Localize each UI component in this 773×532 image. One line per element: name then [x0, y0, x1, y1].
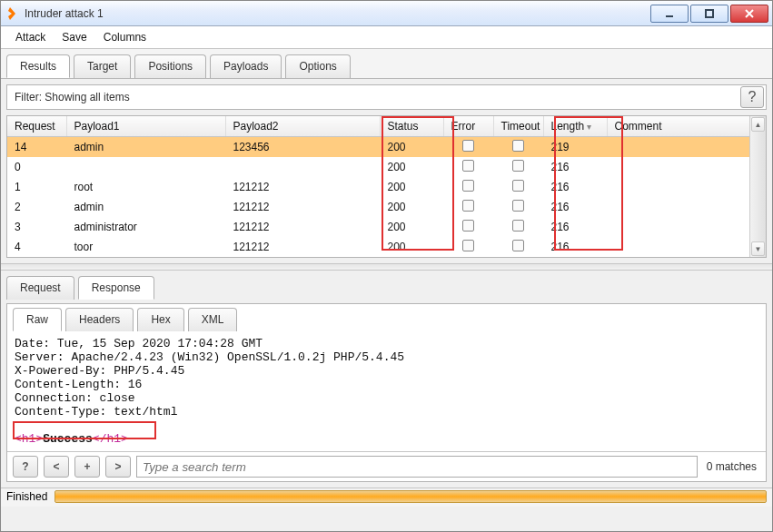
app-icon [5, 6, 19, 21]
filter-help-button[interactable]: ? [740, 86, 764, 108]
error-checkbox[interactable] [462, 200, 474, 212]
col-length[interactable]: Length [543, 116, 607, 137]
search-input[interactable] [136, 456, 698, 478]
timeout-checkbox[interactable] [512, 160, 524, 172]
timeout-checkbox[interactable] [512, 180, 524, 192]
search-bar: ? < + > 0 matches [7, 451, 766, 481]
table-row[interactable]: 3administrator121212200216 [7, 217, 766, 237]
search-prev-button[interactable]: < [44, 456, 69, 478]
search-add-button[interactable]: + [74, 456, 100, 478]
cell-request: 3 [7, 217, 66, 237]
cell-status: 200 [380, 197, 443, 217]
cell-request: 14 [7, 137, 66, 158]
search-help-button[interactable]: ? [13, 456, 38, 478]
cell-payload1: toor [66, 237, 225, 257]
col-status[interactable]: Status [380, 116, 443, 137]
cell-comment [607, 137, 766, 158]
window-title: Intruder attack 1 [25, 7, 650, 20]
progress-bar [55, 490, 767, 503]
col-error[interactable]: Error [443, 116, 493, 137]
cell-payload1 [66, 157, 225, 177]
subtab-hex[interactable]: Hex [137, 308, 183, 331]
cell-length: 216 [543, 217, 607, 237]
question-icon: ? [748, 89, 757, 105]
tab-positions[interactable]: Positions [134, 54, 206, 78]
split-divider[interactable] [1, 263, 772, 271]
table-row[interactable]: 2admin121212200216 [7, 197, 766, 217]
error-checkbox[interactable] [462, 240, 474, 251]
minimize-button[interactable] [650, 5, 689, 23]
cell-payload1: root [66, 177, 225, 197]
main-tabstrip: Results Target Positions Payloads Option… [1, 49, 772, 79]
cell-comment [607, 197, 766, 217]
cell-comment [607, 217, 766, 237]
tab-results[interactable]: Results [6, 54, 70, 78]
cell-length: 216 [543, 177, 607, 197]
response-panel: Raw Headers Hex XML Date: Tue, 15 Sep 20… [6, 303, 767, 482]
subtab-xml[interactable]: XML [188, 308, 238, 331]
cell-payload1: admin [66, 137, 225, 158]
tab-payloads[interactable]: Payloads [210, 54, 282, 78]
cell-status: 200 [380, 237, 443, 257]
filter-text: Filter: Showing all items [7, 91, 738, 103]
table-row[interactable]: 1root121212200216 [7, 177, 766, 197]
cell-payload1: administrator [66, 217, 225, 237]
window-titlebar: Intruder attack 1 [1, 1, 772, 26]
results-table-container: Request Payload1 Payload2 Status Error T… [6, 115, 767, 258]
cell-comment [607, 237, 766, 257]
match-count: 0 matches [703, 460, 760, 473]
timeout-checkbox[interactable] [512, 220, 524, 232]
cell-status: 200 [380, 177, 443, 197]
subtab-headers[interactable]: Headers [65, 308, 134, 331]
cell-payload2: 121212 [225, 177, 380, 197]
error-checkbox[interactable] [462, 140, 474, 152]
error-checkbox[interactable] [462, 180, 474, 192]
menu-columns[interactable]: Columns [96, 28, 154, 46]
cell-payload2: 121212 [225, 217, 380, 237]
error-checkbox[interactable] [462, 160, 474, 172]
subtab-raw[interactable]: Raw [13, 308, 62, 331]
col-request[interactable]: Request [7, 116, 66, 137]
tab-request[interactable]: Request [6, 276, 74, 300]
col-timeout[interactable]: Timeout [493, 116, 543, 137]
svg-rect-1 [706, 10, 713, 17]
menu-save[interactable]: Save [55, 28, 94, 46]
svg-rect-0 [666, 15, 673, 17]
cell-payload2: 121212 [225, 237, 380, 257]
error-checkbox[interactable] [462, 220, 474, 232]
menubar: Attack Save Columns [1, 26, 772, 49]
col-payload1[interactable]: Payload1 [66, 116, 225, 137]
cell-request: 2 [7, 197, 66, 217]
status-bar: Finished [1, 488, 772, 507]
tab-response[interactable]: Response [78, 276, 154, 300]
table-row[interactable]: 0200216 [7, 157, 766, 177]
filter-bar[interactable]: Filter: Showing all items ? [6, 84, 767, 110]
maximize-button[interactable] [690, 5, 728, 23]
col-comment[interactable]: Comment [607, 116, 766, 137]
tab-target[interactable]: Target [74, 54, 131, 78]
col-payload2[interactable]: Payload2 [225, 116, 380, 137]
close-button[interactable] [730, 5, 768, 23]
search-next-button[interactable]: > [105, 456, 131, 478]
table-row[interactable]: 4toor121212200216 [7, 237, 766, 257]
cell-comment [607, 157, 766, 177]
cell-payload1: admin [66, 197, 225, 217]
timeout-checkbox[interactable] [512, 200, 524, 212]
tab-options[interactable]: Options [285, 54, 350, 78]
cell-length: 216 [543, 197, 607, 217]
menu-attack[interactable]: Attack [8, 28, 53, 46]
scroll-down-icon[interactable]: ▼ [751, 241, 765, 256]
table-header-row: Request Payload1 Payload2 Status Error T… [7, 116, 766, 137]
cell-length: 216 [543, 157, 607, 177]
cell-payload2: 123456 [225, 137, 380, 158]
results-table: Request Payload1 Payload2 Status Error T… [7, 116, 766, 257]
table-scrollbar[interactable]: ▲ ▼ [749, 116, 766, 257]
response-raw-text[interactable]: Date: Tue, 15 Sep 2020 17:04:28 GMT Serv… [7, 331, 766, 451]
timeout-checkbox[interactable] [512, 240, 524, 251]
table-row[interactable]: 14admin123456200219 [7, 137, 766, 158]
timeout-checkbox[interactable] [512, 140, 524, 152]
cell-payload2 [225, 157, 380, 177]
cell-length: 216 [543, 237, 607, 257]
cell-payload2: 121212 [225, 197, 380, 217]
scroll-up-icon[interactable]: ▲ [751, 117, 765, 132]
